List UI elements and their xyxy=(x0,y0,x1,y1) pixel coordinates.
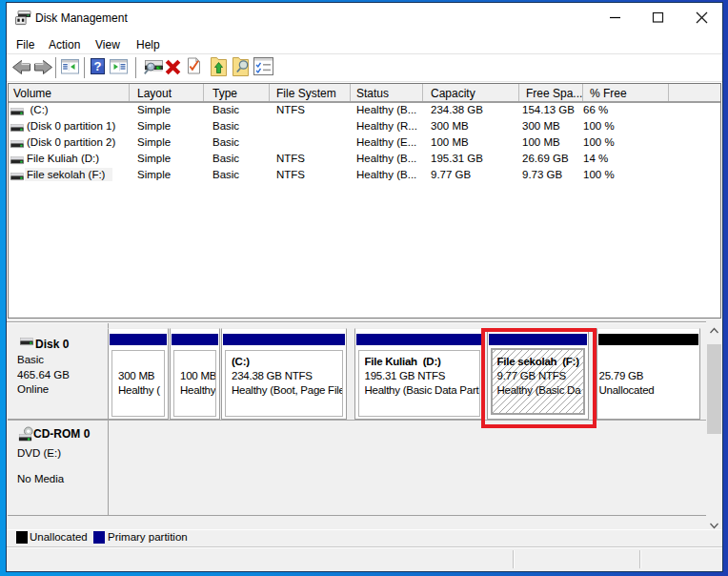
svg-text:?: ? xyxy=(94,59,102,73)
